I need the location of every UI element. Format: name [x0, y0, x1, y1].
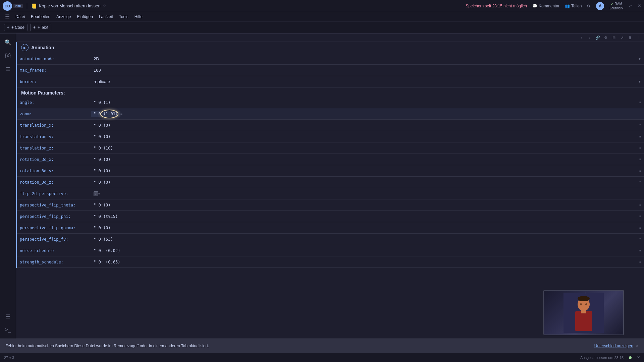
flip-2d-perspective-checkbox[interactable] [94, 191, 98, 196]
menu-tools[interactable]: Tools [116, 14, 131, 20]
menu-hilfe[interactable]: Hilfe [132, 14, 145, 20]
zoom-label: zoom: [17, 112, 91, 116]
angle-row: angle: " 0:(1) ≡ [17, 97, 644, 108]
perspective-flip-phi-label: perspective_flip_phi: [17, 214, 91, 219]
translation-y-row: translation_y: " 0:(0) ≡ [17, 131, 644, 142]
max-frames-value[interactable]: 100 [91, 67, 644, 73]
rotation-3d-z-row: rotation_3d_z: " 0:(0) ≡ [17, 177, 644, 188]
zoom-value[interactable]: " 0:(1.01) [91, 111, 120, 117]
left-sidebar: 🔍 {x} ☰ ☰ >_ [0, 34, 16, 339]
cell-top-toolbar: ↑ ↓ 🔗 ⚙ ⊞ ↗ 🗑 ⋮ [16, 34, 644, 42]
status-bar: 27 ♦ 3 Ausgeschlossen um 23:15 ✕ [0, 353, 644, 362]
sidebar-bottom-icon[interactable]: ☰ [2, 310, 14, 322]
delete-cell-icon[interactable]: 🗑 [627, 34, 633, 41]
comment-button[interactable]: 💬 Kommentar [532, 4, 559, 8]
notification-link[interactable]: Unterschied anzeigen [594, 344, 633, 348]
close-status-icon[interactable]: ✕ [637, 355, 640, 360]
perspective-flip-gamma-label: perspective_flip_gamma: [17, 226, 91, 230]
noise-schedule-row: noise_schedule: " 0: (0.02) ≡ [17, 245, 644, 256]
sidebar-variables-icon[interactable]: {x} [2, 50, 14, 62]
rotation-3d-y-label: rotation_3d_y: [17, 169, 91, 173]
perspective-flip-theta-value[interactable]: " 0:(0) [91, 202, 639, 208]
rotation-3d-x-value[interactable]: " 0:(0) [91, 157, 639, 163]
menu-einfuegen[interactable]: Einfügen [74, 14, 95, 20]
share-button[interactable]: 👥 Teilen [565, 4, 582, 8]
motion-params-title: Motion Parameters: [21, 87, 640, 97]
zoom-row: zoom: " 0:(1.01) ≡ [17, 108, 644, 120]
hamburger-menu[interactable]: ☰ [3, 12, 12, 21]
noise-schedule-value[interactable]: " 0: (0.02) [91, 248, 639, 254]
toolbar: + + Code + + Text [0, 21, 644, 34]
translation-z-value[interactable]: " 0:(10) [91, 145, 639, 151]
flip-2d-perspective-row: flip_2d_perspective: ≡ [17, 188, 644, 199]
menu-laufzeit[interactable]: Laufzeit [96, 14, 116, 20]
export-icon[interactable]: ↗ [619, 34, 625, 41]
strength-schedule-row: strength_schedule: " 0: (0.65) ≡ [17, 256, 644, 268]
notification-bar: Fehler beim automatischen Speichern Dies… [0, 339, 644, 353]
notebook-icon: 📒 [31, 3, 37, 9]
angle-value[interactable]: " 0:(1) [91, 100, 639, 106]
collapse-icon[interactable]: ✕ [638, 3, 641, 8]
add-text-button[interactable]: + + Text [30, 24, 51, 31]
link-icon[interactable]: 🔗 [594, 34, 601, 41]
strength-schedule-value[interactable]: " 0: (0.65) [91, 259, 639, 265]
translation-x-row: translation_x: " 0:(0) ≡ [17, 120, 644, 131]
rotation-3d-y-row: rotation_3d_y: " 0:(0) ≡ [17, 165, 644, 177]
animation-mode-dropdown[interactable]: 2D ▼ [91, 56, 644, 62]
rotation-3d-z-label: rotation_3d_z: [17, 180, 91, 185]
rotation-3d-y-end: ≡ [639, 169, 644, 173]
menu-bar: ☰ Datei Bearbeiten Anzeige Einfügen Lauf… [0, 12, 644, 21]
cell-settings-icon[interactable]: ⚙ [602, 34, 609, 41]
account-button[interactable]: A [596, 2, 604, 10]
translation-x-label: translation_x: [17, 123, 91, 128]
perspective-flip-phi-value[interactable]: " 0:(t%15) [91, 214, 639, 220]
svg-point-6 [585, 303, 587, 305]
comment-icon: 💬 [532, 4, 537, 8]
move-down-icon[interactable]: ↓ [586, 34, 593, 41]
border-dropdown[interactable]: replicate ▼ [91, 78, 644, 85]
notification-text: Fehler beim automatischen Speichern Dies… [5, 344, 592, 348]
more-options-icon[interactable]: ⋮ [635, 34, 641, 41]
check-icon: ✓ [611, 2, 613, 6]
sidebar-search-icon[interactable]: 🔍 [2, 36, 14, 48]
notification-close-button[interactable]: × [636, 343, 639, 349]
star-icon[interactable]: ☆ [103, 4, 106, 8]
rotation-3d-z-end: ≡ [639, 180, 644, 184]
perspective-flip-fv-value[interactable]: " 0:(53) [91, 236, 639, 242]
svg-rect-2 [575, 311, 592, 331]
menu-bearbeiten[interactable]: Bearbeiten [28, 14, 53, 20]
gear-icon: ⚙ [587, 4, 591, 8]
rotation-3d-z-value[interactable]: " 0:(0) [91, 179, 639, 185]
sidebar-terminal-icon[interactable]: >_ [2, 324, 14, 336]
sidebar-toc-icon[interactable]: ☰ [2, 63, 14, 75]
rotation-3d-y-value[interactable]: " 0:(0) [91, 168, 639, 174]
move-up-icon[interactable]: ↑ [578, 34, 585, 41]
menu-anzeige[interactable]: Anzeige [54, 14, 73, 20]
copy-cell-icon[interactable]: ⊞ [610, 34, 617, 41]
perspective-flip-theta-label: perspective_flip_theta: [17, 203, 91, 207]
translation-y-label: translation_y: [17, 134, 91, 139]
flip-2d-perspective-label: flip_2d_perspective: [17, 191, 91, 196]
perspective-flip-theta-row: perspective_flip_theta: " 0:(0) ≡ [17, 199, 644, 211]
person-video [564, 293, 604, 333]
border-row: border: replicate ▼ [17, 76, 644, 87]
menu-datei[interactable]: Datei [13, 14, 28, 20]
expand-icon[interactable]: ⤢ [629, 3, 632, 8]
settings-button[interactable]: ⚙ [587, 4, 591, 8]
top-bar-right: Speichern seit 23:15 nicht möglich 💬 Kom… [466, 2, 641, 10]
translation-y-value[interactable]: " 0:(0) [91, 134, 639, 140]
translation-x-end: ≡ [639, 123, 644, 127]
perspective-flip-gamma-value[interactable]: " 0:(0) [91, 225, 639, 231]
perspective-flip-fv-end: ≡ [639, 237, 644, 241]
top-bar: CO PRO 📒 Kopie von Mensch altern lassen … [0, 0, 644, 12]
video-overlay: ⋮⋮ [543, 290, 624, 335]
run-button[interactable]: ▶ [21, 44, 29, 51]
perspective-flip-phi-end: ≡ [639, 215, 644, 218]
perspective-flip-gamma-row: perspective_flip_gamma: " 0:(0) ≡ [17, 222, 644, 234]
translation-x-value[interactable]: " 0:(0) [91, 122, 639, 128]
connected-indicator [629, 356, 632, 359]
drag-handle[interactable]: ⋮⋮ [580, 292, 587, 296]
animation-mode-label: animation_mode: [17, 57, 91, 61]
add-code-button[interactable]: + + Code [4, 24, 28, 31]
max-frames-label: max_frames: [17, 68, 91, 73]
